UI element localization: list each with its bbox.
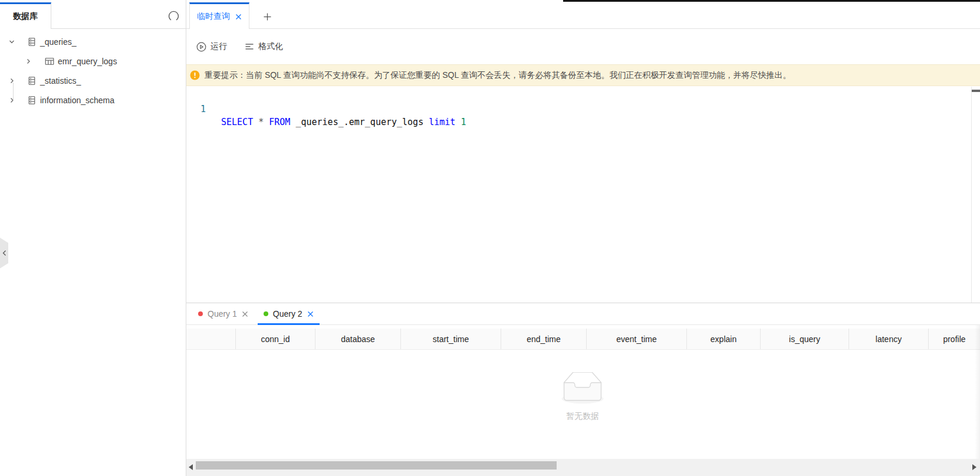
sql-query-app: 数据库 _queries_: [0, 0, 980, 476]
column-header: explain: [687, 329, 761, 349]
refresh-button[interactable]: [167, 10, 179, 22]
result-tab-query-1[interactable]: Query 1: [192, 303, 254, 324]
editor-line-1: 1 SELECT * FROM _queries_.emr_query_logs…: [186, 90, 971, 103]
tree-item-label: _queries_: [40, 37, 77, 47]
format-button[interactable]: 格式化: [245, 41, 283, 52]
tab-database[interactable]: 数据库: [0, 2, 51, 29]
database-icon: [27, 76, 37, 86]
results-panel: Query 1 Query 2 conn_id database s: [186, 303, 980, 476]
sql-star: *: [258, 117, 264, 127]
close-result-tab-button[interactable]: [242, 311, 248, 317]
sql-keyword: limit: [429, 117, 455, 127]
warning-icon: [190, 70, 200, 80]
warning-banner-text: 重要提示：当前 SQL 查询功能尚不支持保存。为了保证您重要的 SQL 查询不会…: [205, 70, 791, 81]
tree-item-emr-query-logs[interactable]: emr_query_logs: [0, 51, 185, 71]
tree-item-information-schema[interactable]: information_schema: [0, 90, 185, 110]
tab-adhoc-query[interactable]: 临时查询: [189, 2, 249, 29]
sql-table-ref: _queries_.emr_query_logs: [295, 117, 423, 127]
column-header: end_time: [501, 329, 587, 349]
sql-keyword: SELECT: [221, 117, 253, 127]
warning-banner: 重要提示：当前 SQL 查询功能尚不支持保存。为了保证您重要的 SQL 查询不会…: [186, 64, 980, 86]
column-header: profile: [929, 329, 980, 349]
scroll-right-arrow-icon[interactable]: [972, 464, 976, 470]
sql-number: 1: [461, 117, 466, 127]
line-number: 1: [186, 103, 206, 116]
sql-editor[interactable]: 1 SELECT * FROM _queries_.emr_query_logs…: [186, 87, 980, 303]
horizontal-scrollbar[interactable]: [186, 459, 980, 476]
column-header: is_query: [761, 329, 849, 349]
column-header: database: [315, 329, 401, 349]
database-icon: [27, 96, 37, 105]
tree-item-queries[interactable]: _queries_: [0, 32, 185, 51]
sidebar-header-rule: [51, 2, 186, 29]
horizontal-scrollbar-thumb[interactable]: [196, 461, 557, 470]
empty-state-text: 暂无数据: [566, 411, 599, 422]
chevron-right-icon[interactable]: [8, 97, 15, 104]
sidebar-collapse-handle[interactable]: [0, 238, 8, 268]
play-circle-icon: [196, 42, 206, 52]
tree-item-statistics[interactable]: _statistics_: [0, 71, 185, 90]
tree-item-label: _statistics_: [40, 76, 81, 86]
result-tab-label: Query 2: [273, 309, 302, 319]
database-tree: _queries_ emr_query_logs _statisti: [0, 32, 185, 110]
sidebar: 数据库 _queries_: [0, 0, 186, 476]
tab-adhoc-query-label: 临时查询: [197, 11, 230, 22]
empty-state: 暂无数据: [557, 372, 609, 422]
column-header-index: [186, 329, 236, 349]
chevron-left-icon: [2, 250, 7, 257]
run-button[interactable]: 运行: [196, 41, 227, 52]
tree-indent-guide: [13, 83, 14, 101]
tree-item-label: emr_query_logs: [58, 57, 117, 66]
editor-vertical-scrollbar[interactable]: [971, 87, 980, 303]
new-tab-button[interactable]: [258, 8, 276, 25]
scroll-left-arrow-icon[interactable]: [189, 464, 193, 470]
format-button-label: 格式化: [258, 41, 283, 52]
sidebar-header: 数据库: [0, 0, 186, 29]
results-table-body: 暂无数据: [186, 350, 980, 459]
close-icon: [307, 311, 314, 317]
query-tabbar: 临时查询: [186, 2, 980, 29]
main-area: 临时查询 运行 格式化: [186, 0, 980, 476]
column-header: conn_id: [236, 329, 315, 349]
sql-code: SELECT * FROM _queries_.emr_query_logs l…: [221, 116, 466, 129]
result-tabs: Query 1 Query 2: [186, 303, 980, 325]
tab-database-label: 数据库: [13, 11, 38, 22]
editor-toolbar: 运行 格式化: [186, 29, 980, 64]
result-tab-query-2[interactable]: Query 2: [258, 303, 320, 324]
sql-keyword: FROM: [269, 117, 290, 127]
column-header: latency: [849, 329, 929, 349]
close-result-tab-button[interactable]: [307, 311, 314, 317]
column-header: start_time: [401, 329, 501, 349]
chevron-right-icon[interactable]: [8, 77, 15, 84]
close-tab-button[interactable]: [235, 14, 242, 20]
close-icon: [235, 14, 242, 20]
column-header: event_time: [587, 329, 687, 349]
empty-box-icon: [557, 372, 609, 405]
status-dot-error: [198, 311, 203, 316]
result-tab-label: Query 1: [208, 309, 237, 319]
run-button-label: 运行: [211, 41, 227, 52]
format-lines-icon: [245, 42, 254, 51]
scroll-edge-shadow: [975, 325, 980, 459]
editor-scrollbar-thumb[interactable]: [972, 90, 980, 92]
tree-item-label: information_schema: [40, 96, 114, 105]
table-icon: [45, 57, 54, 66]
refresh-icon: [168, 11, 179, 22]
results-table-header: conn_id database start_time end_time eve…: [186, 329, 980, 350]
plus-icon: [263, 12, 272, 21]
chevron-down-icon[interactable]: [8, 38, 15, 45]
close-icon: [242, 311, 248, 317]
database-icon: [27, 37, 37, 47]
status-dot-success: [264, 311, 268, 316]
chevron-right-icon[interactable]: [25, 58, 32, 65]
